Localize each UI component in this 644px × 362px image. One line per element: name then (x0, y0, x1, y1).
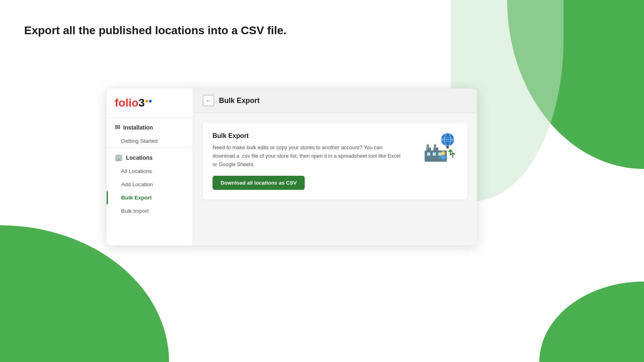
page-heading: Export all the published locations into … (24, 24, 287, 37)
sidebar-item-bulk-import[interactable]: Bulk Import (107, 204, 193, 218)
sidebar-section-installation: ✉ Installation (107, 118, 193, 134)
logo-folio-text: folio (115, 97, 138, 109)
installation-label: Installation (123, 124, 153, 131)
svg-rect-8 (427, 144, 429, 149)
sidebar-item-bulk-export[interactable]: Bulk Export (107, 191, 193, 204)
factory-globe-icon (421, 132, 458, 165)
sidebar: folio3 ✉ Installation Getting Started 🏢 … (107, 88, 193, 245)
sidebar-section-locations: 🏢 Locations (107, 148, 193, 165)
svg-rect-14 (442, 155, 445, 159)
logo-dots (145, 100, 152, 103)
building-icon: 🏢 (115, 154, 123, 161)
back-arrow-icon: ← (206, 97, 211, 104)
bulk-export-card-title: Bulk Export (213, 132, 413, 140)
main-body: Bulk Export Need to make bulk edits or c… (193, 113, 477, 245)
dot-blue (149, 100, 152, 103)
svg-rect-9 (434, 144, 436, 149)
app-window: folio3 ✉ Installation Getting Started 🏢 … (107, 88, 477, 245)
dot-orange (145, 100, 148, 103)
main-title: Bulk Export (219, 97, 260, 105)
svg-rect-4 (446, 146, 449, 148)
svg-rect-12 (438, 152, 442, 156)
svg-rect-11 (433, 152, 436, 156)
bulk-export-illustration (421, 132, 458, 165)
bulk-export-card: Bulk Export Need to make bulk edits or c… (203, 123, 467, 200)
sidebar-item-getting-started[interactable]: Getting Started (107, 134, 193, 148)
back-button[interactable]: ← (203, 95, 214, 106)
sidebar-item-all-locations[interactable]: All Locations (107, 165, 193, 178)
locations-label: Locations (126, 154, 153, 161)
sidebar-logo: folio3 (107, 97, 193, 117)
sidebar-item-add-location[interactable]: Add Location (107, 178, 193, 191)
logo-number: 3 (138, 97, 145, 109)
main-header: ← Bulk Export (193, 88, 477, 113)
svg-rect-10 (427, 152, 430, 156)
envelope-icon: ✉ (115, 123, 120, 131)
main-content: ← Bulk Export Bulk Export Need to make b… (193, 88, 477, 245)
bulk-export-description: Need to make bulk edits or copy your sto… (213, 144, 406, 169)
svg-point-13 (441, 151, 445, 155)
page-content: Export all the published locations into … (0, 0, 644, 362)
download-csv-button[interactable]: Download all locations as CSV (213, 176, 305, 190)
bulk-export-text-section: Bulk Export Need to make bulk edits or c… (213, 132, 413, 190)
